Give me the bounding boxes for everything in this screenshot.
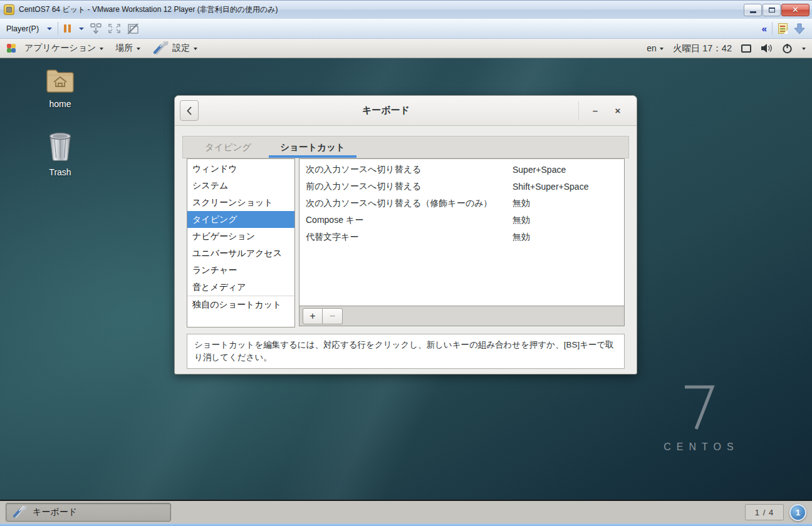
unity-mode-button[interactable] bbox=[127, 23, 139, 34]
crossed-tools-icon bbox=[12, 506, 27, 518]
shortcut-value: 無効 bbox=[513, 232, 618, 243]
applications-menu-icon bbox=[6, 43, 16, 53]
maximize-icon bbox=[769, 8, 775, 13]
category-item-system[interactable]: システム bbox=[187, 177, 294, 194]
input-source-label: en bbox=[647, 43, 657, 53]
applications-menu-label: アプリケーション bbox=[24, 43, 96, 54]
vmware-titlebar: CentOS7 64 ビット - VMware Workstation 12 P… bbox=[0, 0, 812, 19]
vm-notes-icon[interactable] bbox=[778, 23, 788, 34]
system-menu-chevron-icon[interactable] bbox=[802, 48, 806, 50]
window-close-button[interactable]: ✕ bbox=[781, 4, 809, 16]
shortcut-value: 無効 bbox=[513, 215, 618, 226]
power-dropdown-icon[interactable] bbox=[79, 28, 84, 30]
taskbar-window-button[interactable]: キーボード bbox=[6, 503, 171, 522]
shortcut-category-list: ウィンドウ システム スクリーンショット タイピング ナビゲーション ユニバーサ… bbox=[187, 158, 295, 327]
places-menu[interactable]: 場所 bbox=[112, 39, 144, 58]
shortcut-label: 次の入力ソースへ切り替える bbox=[306, 164, 513, 175]
category-item-typing[interactable]: タイピング bbox=[187, 211, 294, 228]
send-ctrl-alt-del-button[interactable] bbox=[90, 23, 102, 34]
shortcut-value: Super+Space bbox=[513, 165, 618, 175]
desktop-icon-label: Trash bbox=[30, 167, 90, 177]
player-menu-dropdown-icon[interactable] bbox=[47, 28, 52, 30]
shortcut-list: 次の入力ソースへ切り替える Super+Space 前の入力ソースへ切り替える … bbox=[299, 158, 625, 306]
chevron-left-icon bbox=[186, 106, 192, 116]
chevron-down-icon bbox=[660, 48, 664, 50]
back-button[interactable] bbox=[180, 100, 199, 121]
category-item-screenshot[interactable]: スクリーンショット bbox=[187, 194, 294, 211]
volume-icon[interactable] bbox=[761, 43, 773, 53]
centos-wallpaper-logo: CENTOS bbox=[652, 384, 746, 453]
toolbar-separator bbox=[772, 22, 773, 35]
shortcut-row[interactable]: 前の入力ソースへ切り替える Shift+Super+Space bbox=[299, 178, 624, 195]
home-folder-icon bbox=[45, 67, 75, 93]
notification-badge[interactable]: 1 bbox=[789, 504, 806, 521]
shortcut-edit-hint: ショートカットを編集するには、対応する行をクリックし、新しいキーの組み合わせを押… bbox=[187, 334, 625, 369]
workspace-pager[interactable]: 1 / 4 bbox=[745, 504, 784, 520]
close-icon: ✕ bbox=[792, 6, 799, 14]
category-item-windows[interactable]: ウィンドウ bbox=[187, 160, 294, 177]
toolbar-separator bbox=[58, 22, 58, 35]
taskbar-window-label: キーボード bbox=[33, 507, 77, 518]
desktop-icon-trash[interactable]: Trash bbox=[30, 132, 90, 177]
centos-wallpaper-text: CENTOS bbox=[657, 441, 746, 453]
trash-icon bbox=[47, 132, 73, 162]
minimize-icon bbox=[750, 11, 756, 13]
tab-shortcuts[interactable]: ショートカット bbox=[266, 137, 360, 158]
category-item-navigation[interactable]: ナビゲーション bbox=[187, 228, 294, 245]
category-item-custom-shortcuts[interactable]: 独自のショートカット bbox=[187, 296, 294, 312]
shortcut-value: 無効 bbox=[513, 198, 618, 209]
tab-strip: タイピング ショートカット bbox=[182, 136, 629, 158]
crossed-tools-icon bbox=[152, 41, 169, 55]
player-menu[interactable]: Player(P) bbox=[6, 24, 39, 33]
shortcut-label: 次の入力ソースへ切り替える（修飾キーのみ） bbox=[306, 198, 513, 209]
centos-seven-glyph bbox=[679, 384, 719, 430]
desktop: home Trash CENTOS bbox=[0, 58, 812, 500]
add-shortcut-button[interactable]: + bbox=[303, 308, 323, 324]
keyboard-settings-dialog: キーボード – × タイピング ショートカット ウィンドウ システム スクリーン… bbox=[174, 95, 637, 374]
input-source-indicator[interactable]: en bbox=[647, 43, 664, 53]
shortcut-list-toolbar: + − bbox=[299, 306, 625, 326]
settings-appmenu[interactable]: 設定 bbox=[148, 39, 201, 58]
power-icon[interactable] bbox=[782, 43, 793, 54]
collapse-toolbar-button[interactable]: « bbox=[762, 23, 766, 34]
fullscreen-button[interactable] bbox=[108, 23, 121, 34]
shortcut-label: 前の入力ソースへ切り替える bbox=[306, 181, 513, 192]
shortcut-row[interactable]: 次の入力ソースへ切り替える（修飾キーのみ） 無効 bbox=[299, 195, 624, 212]
vmware-window-border bbox=[0, 523, 812, 526]
shortcut-label: 代替文字キー bbox=[306, 232, 513, 243]
category-item-sound-media[interactable]: 音とメディア bbox=[187, 279, 294, 296]
category-item-launcher[interactable]: ランチャー bbox=[187, 262, 294, 279]
desktop-icon-label: home bbox=[30, 99, 90, 109]
header-separator bbox=[578, 101, 579, 120]
shortcut-label: Compose キー bbox=[306, 215, 513, 226]
shortcut-row[interactable]: 次の入力ソースへ切り替える Super+Space bbox=[299, 161, 624, 178]
dialog-header: キーボード – × bbox=[175, 96, 637, 126]
remove-shortcut-button[interactable]: − bbox=[323, 308, 343, 324]
chevron-down-icon bbox=[194, 48, 197, 50]
chevron-down-icon bbox=[100, 48, 103, 50]
window-minimize-button[interactable] bbox=[744, 4, 762, 16]
shortcut-row[interactable]: 代替文字キー 無効 bbox=[299, 229, 624, 245]
dialog-close-button[interactable]: × bbox=[606, 105, 629, 116]
applications-menu[interactable]: アプリケーション bbox=[21, 39, 107, 58]
dialog-minimize-button[interactable]: – bbox=[584, 105, 606, 116]
screen-status-icon[interactable] bbox=[741, 44, 751, 53]
clock[interactable]: 火曜日 17：42 bbox=[673, 43, 732, 54]
shortcut-value: Shift+Super+Space bbox=[513, 182, 618, 192]
shortcut-row[interactable]: Compose キー 無効 bbox=[299, 212, 624, 229]
tab-typing[interactable]: タイピング bbox=[190, 137, 266, 158]
gnome-top-bar: アプリケーション 場所 設定 en 火曜日 17：42 bbox=[0, 39, 812, 58]
vmware-app-icon bbox=[4, 4, 14, 15]
window-list-taskbar: キーボード 1 / 4 1 bbox=[0, 500, 812, 523]
vmware-toolbar: Player(P) « bbox=[0, 19, 812, 39]
suspend-vm-button[interactable] bbox=[64, 24, 71, 33]
vmware-player-window: CentOS7 64 ビット - VMware Workstation 12 P… bbox=[0, 0, 812, 526]
dialog-title: キーボード bbox=[199, 105, 573, 116]
category-item-universal-access[interactable]: ユニバーサルアクセス bbox=[187, 245, 294, 262]
places-menu-label: 場所 bbox=[115, 43, 133, 54]
vmware-window-title: CentOS7 64 ビット - VMware Workstation 12 P… bbox=[19, 4, 744, 15]
settings-appmenu-label: 設定 bbox=[172, 43, 190, 54]
window-maximize-button[interactable] bbox=[763, 4, 781, 16]
hide-toolbar-arrow-icon[interactable] bbox=[793, 23, 806, 35]
desktop-icon-home[interactable]: home bbox=[30, 67, 90, 109]
